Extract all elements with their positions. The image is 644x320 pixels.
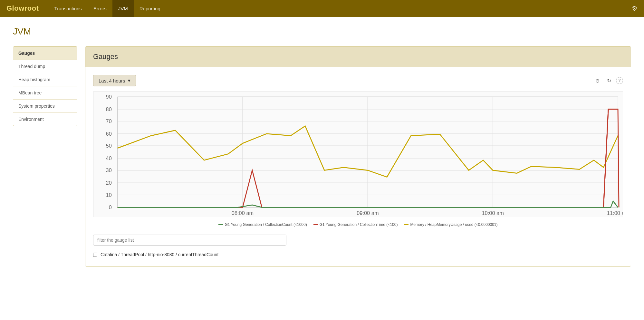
zoom-out-button[interactable]: ⊖	[593, 76, 602, 85]
page-container: JVM Gauges Thread dump Heap histogram MB…	[0, 17, 644, 276]
svg-text:10:00 am: 10:00 am	[482, 210, 504, 216]
svg-rect-32	[404, 224, 409, 225]
refresh-icon: ↻	[607, 78, 611, 84]
svg-text:80: 80	[106, 106, 112, 112]
svg-text:50: 50	[106, 143, 112, 149]
svg-text:08:00 am: 08:00 am	[232, 210, 254, 216]
sidebar-item-environment[interactable]: Environment	[13, 113, 77, 126]
gauge-filter-input[interactable]	[93, 235, 286, 246]
nav-jvm[interactable]: JVM	[112, 0, 134, 17]
page-title: JVM	[13, 26, 631, 37]
svg-text:90: 90	[106, 94, 112, 100]
sidebar-item-system-properties[interactable]: System properties	[13, 100, 77, 113]
chart-legend: G1 Young Generation / CollectionCount (×…	[93, 222, 623, 227]
legend-swatch-green	[218, 222, 223, 227]
svg-text:11:00 am: 11:00 am	[607, 210, 623, 216]
svg-text:40: 40	[106, 155, 112, 161]
refresh-button[interactable]: ↻	[604, 76, 613, 85]
gauge-label-catalina: Catalina / ThreadPool / http-nio-8080 / …	[101, 252, 218, 257]
svg-text:09:00 am: 09:00 am	[357, 210, 379, 216]
legend-item-heap-usage: Memory / HeapMemoryUsage / used (×0.0000…	[404, 222, 497, 227]
navbar: Glowroot Transactions Errors JVM Reporti…	[0, 0, 644, 17]
sidebar: Gauges Thread dump Heap histogram MBean …	[13, 46, 77, 126]
nav-transactions[interactable]: Transactions	[49, 0, 88, 17]
svg-text:10: 10	[106, 192, 112, 198]
zoom-out-icon: ⊖	[595, 78, 600, 84]
chart-svg: 90 80 70 60 50 40 30 20 10 0 08:00 am 09…	[93, 92, 623, 217]
gauge-checkbox-catalina[interactable]	[93, 253, 97, 257]
sidebar-item-mbean-tree[interactable]: MBean tree	[13, 86, 77, 100]
sidebar-item-gauges[interactable]: Gauges	[13, 47, 77, 60]
svg-text:30: 30	[106, 167, 112, 173]
brand-logo[interactable]: Glowroot	[6, 4, 39, 13]
nav-errors[interactable]: Errors	[88, 0, 112, 17]
chart-wrapper: 90 80 70 60 50 40 30 20 10 0 08:00 am 09…	[93, 92, 623, 217]
svg-text:20: 20	[106, 180, 112, 186]
svg-text:70: 70	[106, 118, 112, 124]
svg-text:60: 60	[106, 131, 112, 137]
gauge-item: Catalina / ThreadPool / http-nio-8080 / …	[93, 251, 623, 258]
svg-text:0: 0	[109, 204, 112, 210]
legend-swatch-yellow	[404, 222, 409, 227]
help-button[interactable]: ?	[616, 77, 623, 84]
legend-item-collection-time: G1 Young Generation / CollectionTime (×1…	[313, 222, 398, 227]
legend-item-collection-count: G1 Young Generation / CollectionCount (×…	[218, 222, 307, 227]
sidebar-item-heap-histogram[interactable]: Heap histogram	[13, 73, 77, 86]
legend-swatch-red	[313, 222, 318, 227]
chart-controls: Last 4 hours ▾ ⊖ ↻ ?	[93, 75, 623, 86]
chart-actions: ⊖ ↻ ?	[593, 76, 623, 85]
sidebar-item-thread-dump[interactable]: Thread dump	[13, 60, 77, 73]
panel-header: Gauges	[85, 47, 631, 67]
panel-title: Gauges	[93, 53, 623, 61]
help-icon: ?	[619, 78, 621, 83]
settings-gear-icon[interactable]: ⚙	[632, 5, 638, 12]
svg-rect-30	[218, 224, 223, 225]
panel-body: Last 4 hours ▾ ⊖ ↻ ?	[85, 67, 631, 266]
content-layout: Gauges Thread dump Heap histogram MBean …	[13, 46, 631, 267]
main-panel: Gauges Last 4 hours ▾ ⊖ ↻	[85, 46, 631, 267]
time-range-button[interactable]: Last 4 hours ▾	[93, 75, 136, 86]
nav-reporting[interactable]: Reporting	[134, 0, 166, 17]
nav-links: Transactions Errors JVM Reporting	[49, 0, 166, 17]
svg-rect-31	[313, 224, 318, 225]
